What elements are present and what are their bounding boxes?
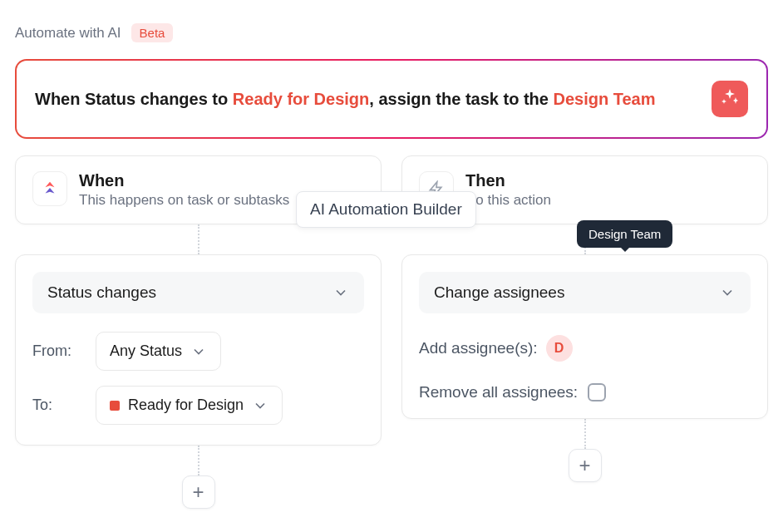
assignee-avatar[interactable]: D — [546, 335, 573, 362]
prompt-text: When Status changes to Ready for Design,… — [35, 87, 655, 111]
connector-line — [584, 419, 586, 449]
assignee-tooltip: Design Team — [577, 220, 672, 248]
prompt-part2: , assign the task to the — [369, 90, 553, 108]
status-color-dot — [110, 401, 120, 411]
add-action-button[interactable]: + — [569, 449, 602, 482]
add-assignee-row: Add assignee(s): D — [419, 335, 751, 362]
to-label: To: — [32, 397, 81, 414]
prompt-hl1: Ready for Design — [233, 90, 369, 108]
from-row: From: Any Status — [32, 332, 364, 371]
connector-line — [198, 224, 199, 254]
then-title: Then — [465, 171, 551, 190]
remove-all-checkbox[interactable] — [588, 383, 606, 401]
connector-line — [198, 446, 199, 475]
page-header: Automate with AI Beta — [0, 0, 783, 54]
prompt-part1: When Status changes to — [35, 90, 233, 108]
action-label: Change assignees — [434, 283, 564, 302]
remove-assignees-row: Remove all assignees: — [419, 383, 751, 401]
when-config-card: Status changes From: Any Status To: — [15, 254, 382, 446]
then-subtitle: Do this action — [465, 192, 551, 209]
ai-generate-button[interactable] — [712, 81, 748, 117]
add-trigger-button[interactable]: + — [182, 475, 215, 509]
from-label: From: — [32, 342, 81, 360]
when-logo-icon — [32, 171, 67, 206]
chevron-down-icon — [190, 343, 207, 360]
trigger-label: Status changes — [47, 283, 156, 302]
header-title: Automate with AI — [15, 25, 121, 42]
ai-prompt-box[interactable]: When Status changes to Ready for Design,… — [15, 59, 768, 139]
beta-badge: Beta — [131, 23, 174, 42]
add-assignee-label: Add assignee(s): — [419, 339, 538, 357]
action-select[interactable]: Change assignees — [419, 272, 751, 313]
then-config-card: Design Team Change assignees Add assigne… — [401, 254, 768, 419]
prompt-hl2: Design Team — [553, 90, 655, 108]
to-status-select[interactable]: Ready for Design — [96, 386, 283, 425]
ai-builder-tooltip: AI Automation Builder — [296, 191, 476, 228]
chevron-down-icon — [332, 284, 349, 301]
from-value: Any Status — [110, 342, 182, 360]
to-row: To: Ready for Design — [32, 386, 364, 425]
when-title: When — [79, 171, 289, 190]
when-subtitle: This happens on task or subtasks — [79, 192, 289, 209]
remove-label: Remove all assignees: — [419, 383, 578, 401]
sparkle-icon — [720, 87, 740, 111]
from-status-select[interactable]: Any Status — [96, 332, 221, 371]
chevron-down-icon — [719, 284, 736, 301]
trigger-select[interactable]: Status changes — [32, 272, 364, 313]
chevron-down-icon — [252, 397, 268, 414]
to-value: Ready for Design — [128, 397, 244, 414]
